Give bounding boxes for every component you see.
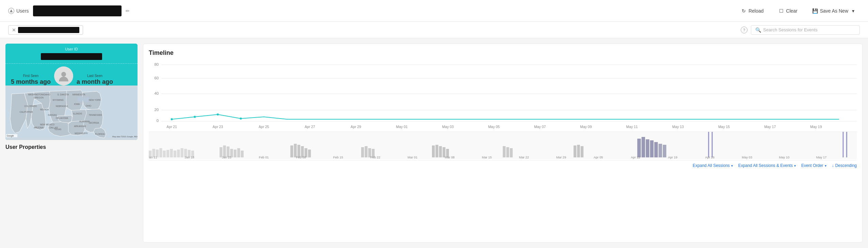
users-link[interactable]: Users <box>8 8 29 14</box>
svg-rect-66 <box>166 150 169 157</box>
expand-all-sessions-label: Expand All Sessions <box>693 163 730 168</box>
svg-text:0: 0 <box>157 119 159 123</box>
last-seen-label: Last Seen <box>77 74 113 78</box>
svg-rect-80 <box>241 151 243 157</box>
top-header: Users ✏ ↻ Reload ☐ Clear 💾 Save As New ▾ <box>0 0 868 22</box>
svg-text:Mar 01: Mar 01 <box>407 156 417 159</box>
avatar-icon <box>58 70 70 82</box>
svg-rect-91 <box>432 145 435 157</box>
filter-tag[interactable]: ✕ <box>8 25 83 35</box>
svg-text:May 17: May 17 <box>816 156 827 159</box>
expand-all-sessions-button[interactable]: Expand All Sessions ▾ <box>693 163 733 168</box>
descending-button[interactable]: ↓ Descending <box>832 163 857 168</box>
svg-text:IOWA: IOWA <box>74 103 80 105</box>
main-chart: 80 60 40 20 0 <box>149 61 857 129</box>
svg-rect-96 <box>503 146 505 157</box>
reload-icon: ↻ <box>741 8 746 14</box>
svg-rect-78 <box>234 150 237 157</box>
svg-rect-104 <box>646 139 649 157</box>
svg-text:Feb 15: Feb 15 <box>333 156 343 159</box>
svg-text:May 17: May 17 <box>764 125 776 129</box>
svg-rect-82 <box>294 144 296 157</box>
expand-all-sessions-events-button[interactable]: Expand All Sessions & Events ▾ <box>738 163 796 168</box>
svg-text:May 11: May 11 <box>626 125 638 129</box>
svg-rect-65 <box>163 151 166 157</box>
svg-text:WASHINGTON: WASHINGTON <box>28 93 43 96</box>
svg-text:ALABAMA: ALABAMA <box>79 120 90 123</box>
avatar <box>54 66 73 86</box>
save-as-new-label: Save As New <box>820 8 848 14</box>
left-panel: User ID First Seen 5 months ago <box>0 38 143 248</box>
svg-point-44 <box>240 118 242 120</box>
svg-rect-87 <box>361 147 364 157</box>
clear-button[interactable]: ☐ Clear <box>774 6 801 16</box>
svg-text:Apr 21: Apr 21 <box>166 125 177 129</box>
svg-point-1 <box>61 72 66 77</box>
svg-point-41 <box>171 118 173 120</box>
user-properties-title: User Properties <box>5 144 138 150</box>
svg-rect-97 <box>506 147 509 157</box>
svg-text:Jan 11: Jan 11 <box>149 156 157 159</box>
save-as-new-button[interactable]: 💾 Save As New ▾ <box>808 6 860 16</box>
svg-rect-92 <box>435 145 438 157</box>
svg-text:CALIFORNIA: CALIFORNIA <box>20 111 33 113</box>
arrow-down-icon: ↓ <box>832 163 834 168</box>
svg-text:Jan 25: Jan 25 <box>222 156 231 159</box>
svg-text:60: 60 <box>154 76 159 80</box>
timeline-title: Timeline <box>149 49 857 57</box>
svg-text:May 13: May 13 <box>672 125 684 129</box>
svg-text:Apr 27: Apr 27 <box>305 125 315 129</box>
right-panel: Timeline 80 60 40 20 0 <box>143 44 863 243</box>
expand-sessions-chevron: ▾ <box>731 164 733 168</box>
svg-rect-102 <box>637 139 641 157</box>
svg-rect-106 <box>654 142 658 157</box>
header-right: ↻ Reload ☐ Clear 💾 Save As New ▾ <box>737 6 860 16</box>
svg-rect-79 <box>237 148 240 157</box>
filter-left: ✕ <box>8 25 83 35</box>
header-left: Users ✏ <box>8 5 130 16</box>
svg-text:Feb 22: Feb 22 <box>370 156 380 159</box>
expand-sessions-events-chevron: ▾ <box>794 164 796 168</box>
first-seen-value: 5 months ago <box>11 78 51 86</box>
svg-text:NEVADA: NEVADA <box>40 108 49 111</box>
svg-text:80: 80 <box>154 62 159 66</box>
filter-right: ? 🔍 Search Sessions for Events <box>741 25 860 35</box>
svg-text:Mar 08: Mar 08 <box>445 156 454 159</box>
first-seen-block: First Seen 5 months ago <box>11 74 51 86</box>
svg-text:Feb 08: Feb 08 <box>296 156 306 159</box>
reload-button[interactable]: ↻ Reload <box>737 6 768 16</box>
user-card: User ID First Seen 5 months ago <box>5 44 138 140</box>
svg-text:DALLAS: DALLAS <box>49 126 58 129</box>
svg-text:S. DAKOTA: S. DAKOTA <box>57 93 69 96</box>
svg-text:May 07: May 07 <box>534 125 546 129</box>
svg-point-0 <box>11 10 12 11</box>
clear-icon: ☐ <box>778 8 784 14</box>
close-filter-icon[interactable]: ✕ <box>12 27 16 33</box>
svg-text:20: 20 <box>154 108 159 112</box>
search-placeholder: Search Sessions for Events <box>763 27 818 32</box>
user-icon <box>8 8 14 14</box>
svg-rect-81 <box>290 145 293 157</box>
expand-all-sessions-events-label: Expand All Sessions & Events <box>738 163 793 168</box>
svg-rect-99 <box>574 145 576 157</box>
last-seen-block: Last Seen a month ago <box>77 74 113 86</box>
svg-text:Feb 01: Feb 01 <box>259 156 269 159</box>
svg-text:MISSISSIPPI: MISSISSIPPI <box>75 132 88 135</box>
svg-rect-105 <box>650 140 654 157</box>
help-icon[interactable]: ? <box>741 27 748 33</box>
svg-rect-110 <box>712 132 713 157</box>
svg-text:Mar 15: Mar 15 <box>482 156 492 159</box>
svg-text:NEW YORK: NEW YORK <box>89 99 101 101</box>
svg-rect-64 <box>159 148 162 157</box>
svg-text:ILLINOIS: ILLINOIS <box>73 112 82 115</box>
svg-rect-86 <box>308 150 311 157</box>
svg-rect-67 <box>170 149 173 157</box>
svg-text:NEBRASKA: NEBRASKA <box>56 105 68 107</box>
event-order-button[interactable]: Event Order ▾ <box>801 163 826 168</box>
event-order-label: Event Order <box>801 163 823 168</box>
svg-text:Apr 12: Apr 12 <box>631 156 640 159</box>
svg-rect-88 <box>365 146 367 157</box>
search-sessions-input[interactable]: 🔍 Search Sessions for Events <box>751 25 860 35</box>
svg-text:OHIO: OHIO <box>86 105 92 107</box>
edit-icon[interactable]: ✏ <box>126 8 130 14</box>
